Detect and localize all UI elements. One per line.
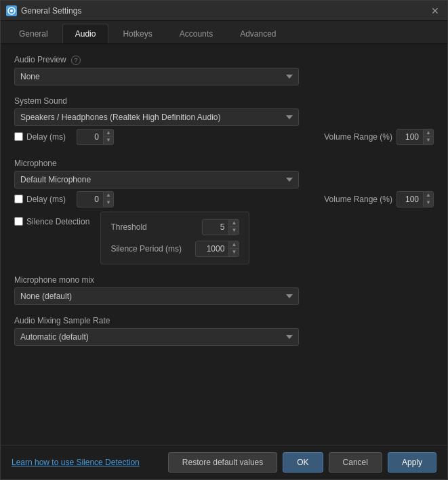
silence-period-up[interactable]: ▲ — [229, 241, 239, 249]
mic-volume-input[interactable] — [397, 192, 423, 207]
tab-audio[interactable]: Audio — [62, 24, 109, 43]
mic-delay-checkbox-label[interactable]: Delay (ms) — [14, 195, 66, 204]
tab-general[interactable]: General — [6, 24, 61, 43]
silence-detection-checkbox-label[interactable]: Silence Detection — [14, 217, 89, 226]
mic-delay-up[interactable]: ▲ — [104, 192, 113, 199]
system-sound-label: System Sound — [14, 96, 434, 106]
system-delay-input[interactable] — [77, 129, 103, 144]
system-volume-group: Volume Range (%) ▲ ▼ — [324, 129, 434, 145]
system-delay-checkbox[interactable] — [14, 132, 23, 141]
mic-options-row: Delay (ms) ▲ ▼ Volume Range (%) ▲ — [14, 191, 434, 207]
audio-preview-label: Audio Preview ? — [14, 55, 434, 65]
system-sound-dropdown[interactable]: Speakers / Headphones (Realtek High Defi… — [14, 108, 299, 126]
tab-accounts[interactable]: Accounts — [167, 24, 226, 43]
window-title: General Settings — [21, 6, 428, 16]
mic-volume-label: Volume Range (%) — [324, 195, 392, 204]
threshold-row: Threshold ▲ ▼ — [110, 219, 239, 235]
threshold-down[interactable]: ▼ — [229, 227, 239, 235]
restore-defaults-button[interactable]: Restore default values — [168, 452, 277, 473]
sample-rate-dropdown[interactable]: Automatic (default) — [14, 328, 299, 346]
help-icon[interactable]: ? — [71, 56, 81, 65]
silence-detection-link[interactable]: Learn how to use Silence Detection — [12, 458, 140, 467]
silence-period-label: Silence Period (ms) — [110, 244, 185, 254]
system-volume-input[interactable] — [397, 129, 423, 144]
threshold-up[interactable]: ▲ — [229, 220, 239, 227]
mic-delay-spinbox[interactable]: ▲ ▼ — [77, 191, 114, 207]
threshold-spinbox[interactable]: ▲ ▼ — [202, 219, 239, 235]
silence-period-input[interactable] — [196, 241, 228, 256]
tab-advanced[interactable]: Advanced — [227, 24, 289, 43]
mic-volume-group: Volume Range (%) ▲ ▼ — [324, 191, 434, 207]
mic-volume-down[interactable]: ▼ — [424, 199, 433, 207]
close-button[interactable]: ✕ — [428, 4, 442, 18]
mic-delay-down[interactable]: ▼ — [104, 199, 113, 207]
system-options-row: Delay (ms) ▲ ▼ Volume Range (%) ▲ — [14, 129, 434, 145]
silence-detection-row: Silence Detection Threshold ▲ ▼ — [14, 212, 434, 264]
system-delay-checkbox-label[interactable]: Delay (ms) — [14, 132, 66, 142]
audio-preview-section: Audio Preview ? None — [14, 55, 434, 85]
app-icon — [6, 5, 17, 16]
system-delay-spinbox-btns: ▲ ▼ — [103, 129, 113, 144]
system-sound-section: System Sound Speakers / Headphones (Real… — [14, 96, 434, 145]
silence-period-spinbox-btns: ▲ ▼ — [228, 241, 239, 256]
silence-period-row: Silence Period (ms) ▲ ▼ — [110, 241, 239, 257]
system-delay-up[interactable]: ▲ — [104, 129, 113, 137]
ok-button[interactable]: OK — [283, 452, 323, 473]
threshold-input[interactable] — [203, 220, 228, 235]
titlebar: General Settings ✕ — [1, 1, 447, 21]
mono-mix-label: Microphone mono mix — [14, 275, 434, 285]
microphone-section: Microphone Default Microphone Delay (ms)… — [14, 159, 434, 264]
tab-bar: General Audio Hotkeys Accounts Advanced — [1, 21, 447, 44]
threshold-spinbox-btns: ▲ ▼ — [228, 220, 239, 235]
mono-mix-dropdown[interactable]: None (default) — [14, 287, 299, 305]
system-delay-down[interactable]: ▼ — [104, 137, 113, 144]
sample-rate-section: Audio Mixing Sample Rate Automatic (defa… — [14, 316, 434, 346]
silence-period-down[interactable]: ▼ — [229, 249, 239, 256]
microphone-label: Microphone — [14, 159, 434, 168]
system-volume-label: Volume Range (%) — [324, 132, 392, 142]
microphone-dropdown[interactable]: Default Microphone — [14, 171, 299, 188]
mic-volume-up[interactable]: ▲ — [424, 192, 433, 199]
system-volume-spinbox-btns: ▲ ▼ — [423, 129, 433, 144]
audio-preview-dropdown[interactable]: None — [14, 68, 299, 85]
tab-hotkeys[interactable]: Hotkeys — [110, 24, 165, 43]
mic-delay-checkbox[interactable] — [14, 195, 23, 203]
system-volume-down[interactable]: ▼ — [424, 137, 433, 144]
content-area: Audio Preview ? None System Sound Speake… — [1, 44, 447, 445]
sample-rate-label: Audio Mixing Sample Rate — [14, 316, 434, 325]
mono-mix-section: Microphone mono mix None (default) — [14, 275, 434, 305]
cancel-button[interactable]: Cancel — [329, 452, 382, 473]
silence-detection-checkbox[interactable] — [14, 217, 23, 226]
mic-delay-input[interactable] — [77, 192, 103, 207]
apply-button[interactable]: Apply — [388, 452, 436, 473]
general-settings-window: General Settings ✕ General Audio Hotkeys… — [0, 0, 448, 480]
mic-volume-spinbox[interactable]: ▲ ▼ — [396, 191, 434, 207]
footer: Learn how to use Silence Detection Resto… — [1, 445, 447, 479]
threshold-label: Threshold — [110, 222, 185, 232]
silence-period-spinbox[interactable]: ▲ ▼ — [195, 241, 239, 257]
mic-volume-spinbox-btns: ▲ ▼ — [423, 192, 433, 207]
system-volume-spinbox[interactable]: ▲ ▼ — [396, 129, 434, 145]
system-volume-up[interactable]: ▲ — [424, 129, 433, 137]
svg-point-1 — [10, 9, 13, 12]
silence-params-panel: Threshold ▲ ▼ Silence Period (ms) — [100, 212, 249, 264]
mic-delay-spinbox-btns: ▲ ▼ — [103, 192, 113, 207]
system-delay-spinbox[interactable]: ▲ ▼ — [77, 129, 114, 145]
footer-buttons: Restore default values OK Cancel Apply — [168, 452, 436, 473]
